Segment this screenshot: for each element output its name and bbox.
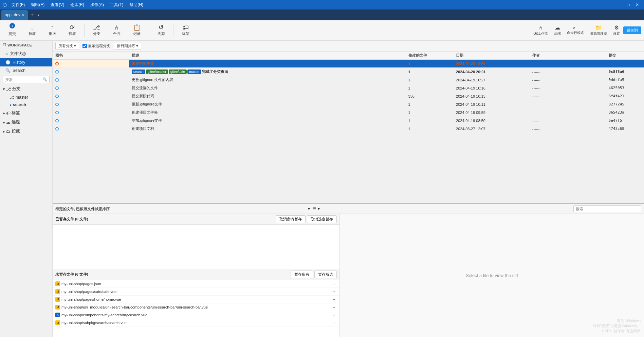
sidebar-branch-master[interactable]: ⎇ master [0,94,52,101]
sidebar-item-history[interactable]: 🕐 History [0,58,52,66]
list-item[interactable]: Mmy-uni-shop/pages.json+ [53,280,339,288]
menu-file[interactable]: 文件(F) [9,1,27,8]
file-stage-button[interactable]: + [331,304,337,310]
cmd-icon: >_ [573,25,578,30]
table-row[interactable]: 提交遗漏的文件12024-04-19 10:16------4625053 [53,84,644,92]
commit-graph-cell [53,100,129,108]
stage-all-button[interactable]: 暂存所有 [291,271,313,278]
table-row[interactable]: 更改.gitignore文件的内容12024-04-19 10:27------… [53,76,644,84]
branch-button[interactable]: ⎇ 分支 [87,23,106,38]
tab-add-button[interactable]: + [28,11,36,19]
file-stage-button[interactable]: + [331,281,337,286]
branch-filter-button[interactable]: 所有分支 ▾ [55,42,79,50]
sidebar-section-tags[interactable]: ▸ 🏷 标签 [0,108,52,118]
commit-author-cell: ------ [530,117,606,125]
commit-graph-cell [53,108,129,117]
show-remote-check[interactable] [82,44,87,48]
commit-date-cell: 2024-04-19 09:59 [453,108,530,117]
commit-files-cell: 1 [406,84,453,92]
sidebar-item-search[interactable]: 🔍 Search [0,66,52,75]
sidebar-search-input-wrap[interactable]: 🔍 [3,76,50,83]
list-item[interactable]: Mmy-uni-shop/subpkg/search/search.vue+ [53,319,339,327]
list-item[interactable]: Mmy-uni-shop/uni_modules/uni-search-bar/… [53,303,339,311]
cancel-selected-staged-button[interactable]: 取消选定暂存 [307,215,337,223]
git-flow-button[interactable]: ⑃ Git工作流 [531,24,551,37]
table-row[interactable]: 更新.gitignore文件12024-04-19 10:11------827… [53,100,644,108]
table-row[interactable]: 提交新段代码3362024-04-19 10:13------6f4f421 [53,92,644,100]
staged-header: 已暂存文件 (0 文件) 取消所有暂存 取消选定暂存 [53,214,339,225]
list-item[interactable]: Mmy-uni-shop/pages/home/home.vue+ [53,296,339,303]
settings-button[interactable]: ⚙ 设置 [610,24,623,37]
unstaged-panel: 未暂存文件 (6 文件) 暂存所有 暂存所选 Mmy-uni-shop/page… [53,269,339,337]
maximize-button[interactable]: □ [624,1,632,8]
sort-button[interactable]: 按日期排序 ▾ [114,42,141,50]
workspace-section[interactable]: ☐ WORKSPACE [0,41,52,49]
tag-button[interactable]: 🏷 标签 [176,23,195,38]
file-status-icon: M [55,289,60,294]
menu-help[interactable]: 帮助(H) [127,1,146,8]
bottom-search-input[interactable] [576,207,637,211]
push-button[interactable]: ↑ 推送 [43,23,61,38]
commit-hash-cell: 4625053 [606,84,644,92]
scroll-to-top-button[interactable]: 跳转到 [623,26,641,34]
staged-filter-view-icon[interactable]: ☰ [313,206,316,211]
commit-date-cell: 2024-04-19 10:13 [453,92,530,100]
show-remote-checkbox[interactable]: 显示远程分支 [80,42,112,49]
menu-edit[interactable]: 编辑(E) [28,1,47,8]
discard-button[interactable]: ↺ 丢弃 [152,23,170,38]
cancel-all-staged-button[interactable]: 取消所有暂存 [276,215,306,223]
tags-expand-icon: ▸ [3,111,5,116]
file-stage-button[interactable]: + [331,320,337,325]
bottom-search-input-wrap[interactable] [573,205,641,212]
file-stage-button[interactable]: + [331,289,337,294]
table-row[interactable]: 创建项目文档12024-03-27 12:07------4743c68 [53,125,644,133]
explorer-label: 资源管理器 [590,31,607,36]
table-row[interactable]: 增加.gitignore文件12024-04-19 08:50------6e4… [53,117,644,125]
menu-tools[interactable]: 工具(T) [107,1,126,8]
list-item[interactable]: Mmy-uni-shop/pages/cate/cate.vue+ [53,288,339,296]
history-label: History [13,60,25,65]
fetch-button[interactable]: ⟳ 获取 [63,23,81,38]
staged-filter-view-dropdown[interactable]: ▾ [318,206,320,211]
merge-button[interactable]: ⑃ 合并 [107,23,126,38]
sidebar-search-input[interactable] [5,78,42,82]
commit-files-cell: 336 [406,92,453,100]
tab-close-icon[interactable]: ✕ [22,13,24,17]
pull-button[interactable]: ↓ 拉取 [23,23,41,38]
file-stage-button[interactable]: + [331,312,337,318]
file-stage-button[interactable]: + [331,297,337,302]
commit-description-cell: 创建项目文件夹 [129,108,406,117]
minimize-button[interactable]: ─ [615,1,624,8]
menu-view[interactable]: 查看(V) [48,1,67,8]
branches-expand-icon: ▾ [3,87,5,92]
remote-button[interactable]: ☁ 远端 [551,24,564,37]
commit-button[interactable]: ↑ 4 提交 [3,23,21,38]
title-bar: ⬡ 文件(F) 编辑(E) 查看(V) 仓库(R) 操作(A) 工具(T) 帮助… [0,0,644,9]
sidebar-branch-search[interactable]: ● search [0,101,52,108]
title-bar-left: ⬡ 文件(F) 编辑(E) 查看(V) 仓库(R) 操作(A) 工具(T) 帮助… [3,1,146,8]
menu-action[interactable]: 操作(A) [88,1,107,8]
staged-filter-dropdown[interactable]: ▾ [308,206,310,211]
list-item[interactable]: Amy-uni-shop/components/my-search/my-sea… [53,311,339,319]
log-button[interactable]: 📋 记录 [127,23,146,38]
table-row[interactable]: 未提交的更改42024-04-23 10:51 [53,60,644,68]
commit-graph-cell [53,68,129,76]
sidebar-item-file-status[interactable]: ≡ 文件状态 [0,49,52,58]
sidebar-section-remote[interactable]: ▸ ☁ 远程 [0,118,52,127]
table-row[interactable]: 创建项目文件夹12024-04-19 09:59------865423a [53,108,644,117]
explorer-button[interactable]: 📁 资源管理器 [587,24,610,37]
cmd-button[interactable]: >_ 命令行模式 [564,24,587,37]
sidebar-section-branches[interactable]: ▾ ⎇ 分支 [0,84,52,94]
tab-app-dev[interactable]: app_dev ✕ [1,10,28,20]
close-button[interactable]: ✕ [633,1,641,8]
commit-label: 提交 [8,31,16,36]
menu-repo[interactable]: 仓库(R) [68,1,87,8]
tab-dropdown-button[interactable]: ▾ [36,12,41,18]
sidebar-section-stash[interactable]: ▸ 🗂 贮藏 [0,127,52,136]
stage-selected-button[interactable]: 暂存所选 [314,271,337,278]
sidebar: ☐ WORKSPACE ≡ 文件状态 🕐 History 🔍 Search 🔍 … [0,41,53,337]
toolbar: ↑ 4 提交 ↓ 拉取 ↑ 推送 ⟳ 获取 ⎇ 分支 ⑃ 合并 📋 记录 ↺ 丢… [0,20,644,41]
commit-files-cell: 4 [406,60,453,68]
table-row[interactable]: searchgitee/mastergitee/catemaster完成了分类页… [53,68,644,76]
workspace-icon: ☐ [3,43,6,47]
